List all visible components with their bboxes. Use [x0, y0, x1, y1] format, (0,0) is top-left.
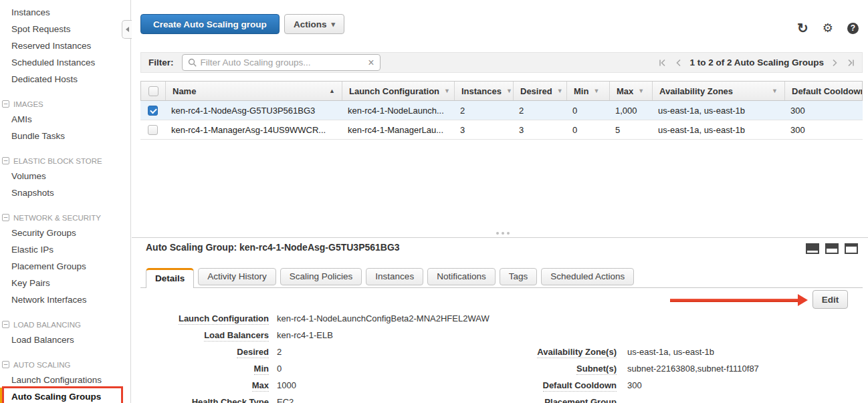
field-desired: Desired 2 [146, 347, 490, 364]
next-page-icon[interactable] [831, 59, 839, 67]
sidebar-item-label: Placement Groups [11, 261, 86, 271]
cell-launch-configuration: ken-rc4-1-NodeLaunch... [341, 106, 453, 116]
sidebar-item-snapshots[interactable]: Snapshots [0, 184, 130, 201]
collapse-minus-icon[interactable]: – [2, 214, 9, 221]
refresh-icon[interactable]: ↻ [797, 20, 808, 36]
field-min: Min 0 [146, 364, 490, 380]
sidebar-collapse-handle[interactable] [122, 20, 132, 39]
select-all-checkbox[interactable] [141, 82, 165, 100]
red-arrow-head [798, 294, 808, 306]
sidebar-item-volumes[interactable]: Volumes [0, 168, 130, 184]
sidebar-section-label: AUTO SCALING [13, 361, 70, 369]
column-header-default-cooldown[interactable]: Default Cooldown [784, 82, 862, 100]
sidebar-item-spot-requests[interactable]: Spot Requests [0, 21, 130, 37]
column-header-min[interactable]: Min▼ [566, 82, 609, 100]
sidebar-item-key-pairs[interactable]: Key Pairs [0, 275, 130, 291]
sort-asc-icon: ▲ [329, 88, 335, 94]
cell-min: 0 [566, 106, 609, 116]
prev-page-icon[interactable] [675, 59, 682, 67]
cell-availability-zones: us-east-1a, us-east-1b [651, 106, 784, 116]
collapse-minus-icon[interactable]: – [2, 100, 9, 108]
checkbox-icon[interactable] [148, 86, 158, 96]
column-header-availability-zones[interactable]: Availability Zones▼ [652, 82, 784, 100]
column-header-desired[interactable]: Desired▼ [513, 82, 566, 100]
sidebar-item-auto-scaling-groups[interactable]: Auto Scaling Groups [0, 388, 130, 403]
cell-max: 1,000 [609, 106, 651, 116]
sidebar-item-network-interfaces[interactable]: Network Interfaces [0, 291, 130, 308]
sidebar-item-security-groups[interactable]: Security Groups [0, 225, 130, 241]
column-label: Default Cooldown [792, 86, 862, 96]
sidebar-item-placement-groups[interactable]: Placement Groups [0, 258, 130, 275]
clear-filter-icon[interactable]: × [368, 57, 374, 68]
first-page-icon[interactable] [659, 59, 667, 67]
collapse-minus-icon[interactable]: – [2, 157, 9, 164]
sidebar-item-launch-configurations[interactable]: Launch Configurations [0, 372, 130, 388]
detail-pane-title: Auto Scaling Group: ken-rc4-1-NodeAsg-G5… [146, 242, 400, 253]
sidebar-item-amis[interactable]: AMIs [0, 111, 130, 128]
collapse-minus-icon[interactable]: – [2, 361, 9, 368]
cell-availability-zones: us-east-1a, us-east-1b [651, 125, 784, 135]
checkbox-checked-icon[interactable] [148, 106, 158, 116]
cell-launch-configuration: ken-rc4-1-ManagerLau... [341, 125, 453, 135]
tab-scaling-policies[interactable]: Scaling Policies [280, 268, 362, 285]
gear-icon[interactable]: ⚙ [823, 21, 833, 35]
help-icon[interactable]: ? [847, 23, 859, 34]
table-row[interactable]: ken-rc4-1-NodeAsg-G5TU3P561BG3 ken-rc4-1… [140, 101, 863, 120]
pane-divider [132, 237, 868, 238]
column-label: Min [574, 86, 588, 96]
checkbox-icon[interactable] [148, 125, 158, 135]
sidebar-item-bundle-tasks[interactable]: Bundle Tasks [0, 128, 130, 144]
column-label: Max [617, 86, 633, 96]
pane-layout-large-icon[interactable] [845, 243, 858, 254]
pane-layout-small-icon[interactable] [806, 243, 819, 254]
field-availability-zones: Availability Zone(s) us-east-1a, us-east… [483, 347, 759, 364]
tab-details[interactable]: Details [146, 268, 194, 288]
tab-scheduled-actions[interactable]: Scheduled Actions [541, 268, 634, 285]
chevron-down-icon: ▾ [332, 20, 336, 29]
tab-tags[interactable]: Tags [500, 268, 538, 285]
column-label: Name [173, 86, 196, 96]
column-header-instances[interactable]: Instances▼ [454, 82, 513, 100]
column-header-name[interactable]: Name▲ [165, 82, 342, 100]
sidebar-item-elastic-ips[interactable]: Elastic IPs [0, 241, 130, 258]
last-page-icon[interactable] [846, 59, 855, 67]
sidebar-item-label: Load Balancers [11, 335, 74, 345]
collapse-minus-icon[interactable]: – [2, 321, 9, 328]
cell-name: ken-rc4-1-ManagerAsg-14US9WWCR... [165, 125, 341, 135]
sidebar-item-label: Instances [11, 7, 50, 17]
sidebar-item-load-balancers[interactable]: Load Balancers [0, 331, 130, 348]
sidebar-item-label: Security Groups [11, 228, 76, 238]
cell-default-cooldown: 300 [784, 106, 863, 116]
field-label: Min [146, 364, 269, 374]
column-label: Desired [520, 86, 552, 96]
sidebar-item-reserved-instances[interactable]: Reserved Instances [0, 37, 130, 54]
sidebar-item-label: Network Interfaces [11, 295, 87, 305]
create-auto-scaling-group-button[interactable]: Create Auto Scaling group [140, 14, 280, 34]
sort-desc-icon: ▼ [444, 88, 450, 94]
field-default-cooldown: Default Cooldown 300 [483, 380, 759, 397]
actions-button[interactable]: Actions ▾ [284, 14, 344, 34]
sidebar-item-label: Bundle Tasks [11, 131, 65, 141]
cell-max: 5 [609, 125, 651, 135]
detail-tabs: Details Activity History Scaling Policie… [146, 268, 634, 288]
tab-notifications[interactable]: Notifications [427, 268, 496, 285]
edit-button[interactable]: Edit [812, 290, 848, 309]
column-header-max[interactable]: Max▼ [609, 82, 652, 100]
pane-layout-half-icon[interactable] [825, 243, 839, 254]
sort-desc-icon: ▼ [506, 88, 512, 94]
tab-activity-history[interactable]: Activity History [198, 268, 276, 285]
filter-input[interactable] [201, 57, 364, 68]
tab-instances[interactable]: Instances [366, 268, 423, 285]
filter-label: Filter: [148, 57, 174, 68]
search-icon [188, 58, 197, 67]
sidebar-item-scheduled-instances[interactable]: Scheduled Instances [0, 54, 130, 71]
column-header-launch-configuration[interactable]: Launch Configuration▼ [342, 82, 454, 100]
field-value: us-east-1a, us-east-1b [627, 347, 714, 358]
pane-resize-handle[interactable] [496, 232, 510, 235]
cell-min: 0 [566, 125, 609, 135]
table-row[interactable]: ken-rc4-1-ManagerAsg-14US9WWCR... ken-rc… [140, 120, 863, 140]
sidebar-item-dedicated-hosts[interactable]: Dedicated Hosts [0, 71, 130, 88]
sidebar-item-instances[interactable]: Instances [0, 4, 130, 21]
row-checkbox-cell [140, 106, 165, 116]
column-label: Instances [461, 86, 502, 96]
